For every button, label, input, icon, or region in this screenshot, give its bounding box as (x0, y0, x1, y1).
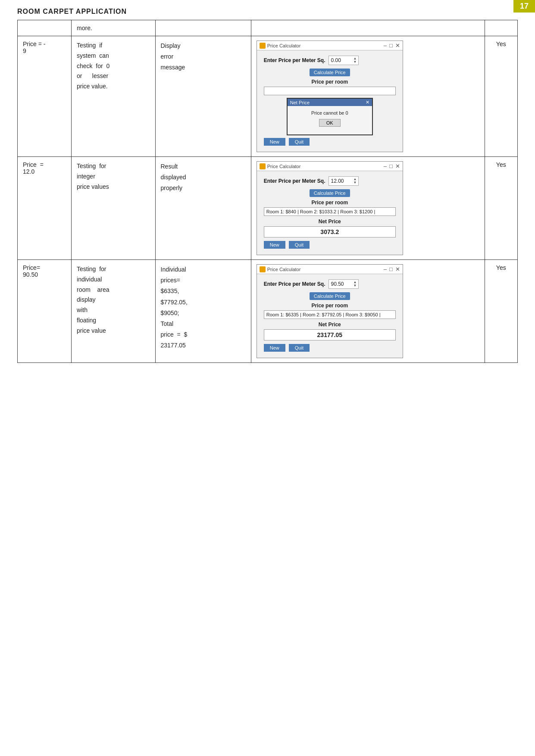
error-message-1: Price cannot be 0 (293, 110, 367, 116)
ok-button-1[interactable]: OK (319, 119, 341, 127)
row2-pass: Yes (485, 157, 517, 260)
price-per-room-label-1: Price per room (264, 79, 396, 85)
price-label-3: Enter Price per Meter Sq. (264, 281, 325, 287)
price-label-2: Enter Price per Meter Sq. (264, 178, 325, 184)
price-per-room-output-1 (264, 87, 396, 95)
close-icon-3[interactable]: ✕ (395, 266, 400, 272)
row2-test: Testing for integer price values (72, 157, 155, 260)
intro-row: more. (18, 20, 518, 36)
row1-screen: Price Calculator – □ ✕ Enter Price per M… (251, 36, 485, 157)
minimize-icon-3[interactable]: – (384, 266, 387, 272)
calc-titlebar-1: Price Calculator – □ ✕ (257, 41, 403, 50)
price-per-room-output-3: Room 1: $6335 | Room 2: $7792.05 | Room … (264, 310, 396, 319)
restore-icon-2[interactable]: □ (389, 163, 393, 169)
intro-pass-cell (485, 20, 517, 36)
calc-window-3: Price Calculator – □ ✕ Enter Price per M… (257, 264, 403, 358)
row3-pass: Yes (485, 260, 517, 363)
buttons-row-3: New Quit (264, 344, 396, 352)
calc-title-2: Price Calculator (267, 164, 301, 169)
minimize-icon[interactable]: – (384, 42, 387, 49)
page-title: ROOM CARPET APPLICATION (0, 0, 535, 20)
row3-price: Price= 90.50 (18, 260, 72, 363)
price-per-room-output-2: Room 1: $840 | Room 2: $1033.2 | Room 3:… (264, 207, 396, 216)
row1-test: Testing if system can check for 0 or les… (72, 36, 155, 157)
calc-title-1: Price Calculator (267, 43, 301, 48)
intro-text-cell: more. (72, 20, 155, 36)
price-input-3[interactable]: 90.50 ▲ ▼ (329, 279, 359, 289)
net-price-value-2: 3073.2 (264, 226, 396, 237)
calc-body-1: Enter Price per Meter Sq. 0.00 ▲ ▼ Calcu… (257, 50, 403, 152)
calc-window-2: Price Calculator – □ ✕ Enter Price per M… (257, 161, 403, 255)
new-button-3[interactable]: New (264, 344, 285, 352)
price-input-2[interactable]: 12.00 ▲ ▼ (329, 176, 359, 186)
restore-icon-3[interactable]: □ (389, 266, 393, 272)
close-icon-2[interactable]: ✕ (395, 163, 400, 169)
buttons-row-1: New Quit (264, 138, 396, 146)
row2-screen: Price Calculator – □ ✕ Enter Price per M… (251, 157, 485, 260)
net-price-label-3: Net Price (264, 322, 396, 328)
error-dialog-1: Net Price ✕ Price cannot be 0 OK (287, 98, 373, 135)
close-icon[interactable]: ✕ (395, 42, 400, 49)
row3-screen: Price Calculator – □ ✕ Enter Price per M… (251, 260, 485, 363)
calculate-button-2[interactable]: Calculate Price (310, 189, 350, 197)
calc-body-2: Enter Price per Meter Sq. 12.00 ▲ ▼ Calc… (257, 171, 403, 255)
new-button-1[interactable]: New (264, 138, 285, 146)
row3-result: Individual prices= $6335, $7792.05, $905… (155, 260, 251, 363)
quit-button-3[interactable]: Quit (289, 344, 310, 352)
buttons-row-2: New Quit (264, 241, 396, 249)
spinner-2[interactable]: ▲ ▼ (354, 178, 357, 184)
error-titlebar-1: Net Price ✕ (288, 99, 372, 106)
row1-result: Display error message (155, 36, 251, 157)
table-row: Price = - 9 Testing if system can check … (18, 36, 518, 157)
quit-button-2[interactable]: Quit (289, 241, 310, 249)
table-row: Price = 12.0 Testing for integer price v… (18, 157, 518, 260)
price-label-1: Enter Price per Meter Sq. (264, 57, 325, 63)
calc-body-3: Enter Price per Meter Sq. 90.50 ▲ ▼ Calc… (257, 274, 403, 358)
price-input-1[interactable]: 0.00 ▲ ▼ (329, 56, 359, 65)
price-input-row-3: Enter Price per Meter Sq. 90.50 ▲ ▼ (264, 279, 396, 289)
calc-window-1: Price Calculator – □ ✕ Enter Price per M… (257, 41, 403, 152)
new-button-2[interactable]: New (264, 241, 285, 249)
row1-pass: Yes (485, 36, 517, 157)
error-title-1: Net Price (290, 100, 310, 105)
row2-result: Result displayed properly (155, 157, 251, 260)
calc-icon-2 (260, 163, 266, 169)
quit-button-1[interactable]: Quit (289, 138, 310, 146)
row2-price: Price = 12.0 (18, 157, 72, 260)
main-table: more. Price = - 9 Testing if system can … (17, 20, 518, 363)
price-per-room-label-3: Price per room (264, 303, 396, 309)
intro-price-cell (18, 20, 72, 36)
calc-title-3: Price Calculator (267, 267, 301, 272)
net-price-value-3: 23177.05 (264, 329, 396, 341)
intro-result-cell (155, 20, 251, 36)
calc-titlebar-3: Price Calculator – □ ✕ (257, 265, 403, 274)
row3-test: Testing for individual room area display… (72, 260, 155, 363)
calculate-button-1[interactable]: Calculate Price (310, 69, 350, 76)
calc-icon-1 (260, 43, 266, 49)
net-price-label-2: Net Price (264, 219, 396, 225)
calc-icon-3 (260, 266, 266, 272)
calc-titlebar-2: Price Calculator – □ ✕ (257, 162, 403, 171)
price-per-room-label-2: Price per room (264, 200, 396, 206)
spinner-1[interactable]: ▲ ▼ (354, 57, 357, 64)
restore-icon[interactable]: □ (389, 42, 393, 49)
row1-price: Price = - 9 (18, 36, 72, 157)
minimize-icon-2[interactable]: – (384, 163, 387, 169)
intro-screen-cell (251, 20, 485, 36)
error-body-1: Price cannot be 0 OK (288, 106, 372, 134)
price-input-row-2: Enter Price per Meter Sq. 12.00 ▲ ▼ (264, 176, 396, 186)
spinner-3[interactable]: ▲ ▼ (354, 281, 357, 287)
error-close-icon[interactable]: ✕ (366, 100, 369, 105)
table-row: Price= 90.50 Testing for individual room… (18, 260, 518, 363)
calculate-button-3[interactable]: Calculate Price (310, 292, 350, 300)
page-number: 17 (513, 0, 535, 12)
price-input-row-1: Enter Price per Meter Sq. 0.00 ▲ ▼ (264, 56, 396, 65)
